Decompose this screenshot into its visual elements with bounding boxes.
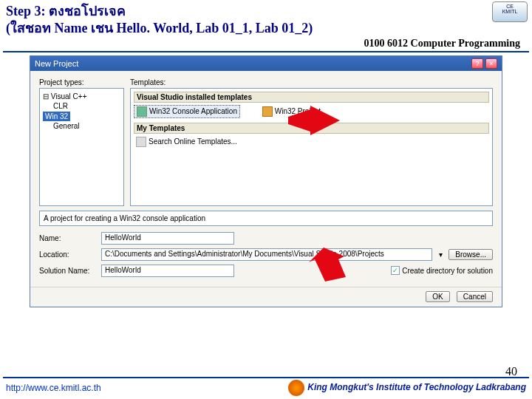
template-search-online[interactable]: Search Online Templates... xyxy=(134,136,239,148)
close-icon[interactable]: × xyxy=(485,58,497,69)
step-subtitle: (ใสชอท Name เชน Hello. World, Lab 01_1, … xyxy=(6,20,526,37)
svg-marker-1 xyxy=(309,248,346,282)
tree-general[interactable]: General xyxy=(43,121,120,132)
name-field[interactable]: HelloWorld xyxy=(101,232,234,245)
browse-button[interactable]: Browse... xyxy=(449,249,493,260)
solution-name-field[interactable]: HelloWorld xyxy=(101,265,234,277)
header-divider xyxy=(3,51,529,52)
footer-institution: King Mongkut's Institute of Technology L… xyxy=(307,382,526,392)
course-code: 0100 6012 Computer Programming xyxy=(6,38,526,50)
location-label: Location: xyxy=(39,250,97,259)
templates-section-installed: Visual Studio installed templates xyxy=(134,92,489,103)
ce-kmitl-logo: CEKMITL xyxy=(492,1,528,22)
cancel-button[interactable]: Cancel xyxy=(457,291,493,302)
create-directory-checkbox[interactable]: ✓ Create directory for solution xyxy=(391,266,493,275)
tree-root-vcpp[interactable]: Visual C++ xyxy=(43,92,120,102)
search-icon xyxy=(136,137,146,147)
titlebar-buttons: ? × xyxy=(471,58,497,69)
project-types-label: Project types: xyxy=(39,78,124,86)
help-icon[interactable]: ? xyxy=(471,58,483,69)
project-types-tree[interactable]: Visual C++ CLR Win 32 General xyxy=(39,88,124,206)
footer-url: http://www.ce.kmitl.ac.th xyxy=(6,383,101,393)
svg-marker-0 xyxy=(288,106,340,135)
dialog-titlebar[interactable]: New Project ? × xyxy=(30,56,502,71)
step-title: Step 3: ตงชอโปรเจค xyxy=(6,3,526,20)
templates-label: Templates: xyxy=(130,78,493,86)
project-form: Name: HelloWorld Location: C:\Documents … xyxy=(39,232,493,277)
tree-clr[interactable]: CLR xyxy=(43,101,120,112)
console-app-icon xyxy=(137,106,147,117)
slide-footer: http://www.ce.kmitl.ac.th King Mongkut's… xyxy=(0,377,532,399)
template-win32-console[interactable]: Win32 Console Application xyxy=(134,105,240,118)
ok-button[interactable]: OK xyxy=(426,291,449,302)
kmitl-logo-icon xyxy=(288,380,304,396)
dropdown-icon[interactable]: ▾ xyxy=(437,250,444,259)
new-project-dialog: New Project ? × Project types: Visual C+… xyxy=(30,55,502,307)
project-icon xyxy=(262,106,273,117)
location-field[interactable]: C:\Documents and Settings\Administrator\… xyxy=(101,248,432,261)
tree-win32[interactable]: Win 32 xyxy=(43,112,70,122)
solution-name-label: Solution Name: xyxy=(39,267,97,275)
checkbox-icon: ✓ xyxy=(391,266,400,275)
footer-divider xyxy=(3,377,529,378)
dialog-title: New Project xyxy=(35,59,78,68)
name-label: Name: xyxy=(39,234,97,242)
template-description: A project for creating a Win32 console a… xyxy=(39,211,493,226)
slide-header: Step 3: ตงชอโปรเจค (ใสชอท Name เชน Hello… xyxy=(0,0,532,50)
